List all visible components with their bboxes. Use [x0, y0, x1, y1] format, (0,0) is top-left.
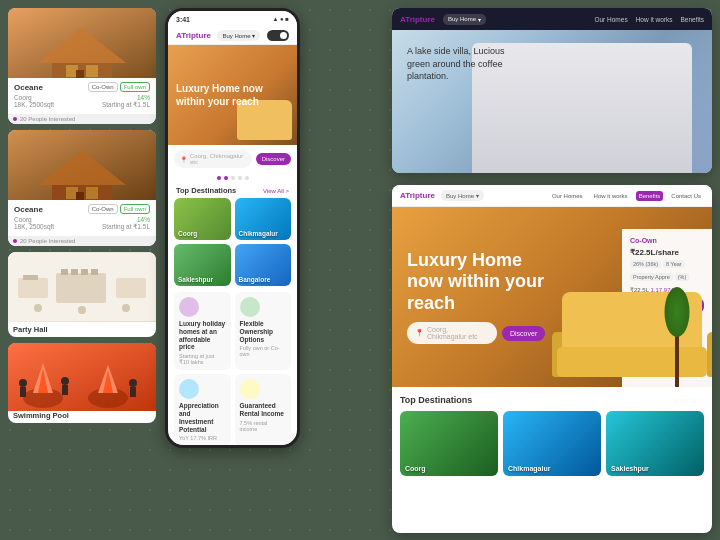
website-top-mockup: ATripture Buy Home ▾ Our Homes How it wo…: [392, 8, 712, 173]
web2-how-it-works[interactable]: How it works: [591, 191, 631, 201]
co-own-badge: Co-Own: [88, 82, 118, 92]
web2-dest-coorg-label: Coorg: [405, 465, 426, 472]
property-card-1[interactable]: Oceane Co-Own Full own Coorg 14% 18K, 25…: [8, 8, 156, 124]
web-hero-text: A lake side villa, Lucious green around …: [407, 45, 527, 83]
svg-rect-19: [71, 269, 78, 275]
web2-chevron-icon: ▾: [476, 192, 479, 199]
svg-rect-16: [33, 275, 38, 280]
web2-search-box[interactable]: 📍 Coorg, Chikmagalur etc: [407, 322, 497, 344]
phone-destinations-header: Top Destinations View All >: [168, 183, 297, 198]
feature-title-ownership: Flexible Ownership Options: [240, 320, 287, 343]
web2-dest-chikmagalur[interactable]: Chikmagalur: [503, 411, 601, 476]
nav-how-it-works[interactable]: How it works: [636, 16, 673, 23]
card-sub-2: Coorg 14%: [14, 216, 150, 223]
svg-rect-34: [20, 387, 26, 397]
web2-discover-btn[interactable]: Discover: [502, 326, 545, 341]
card-body-1: Oceane Co-Own Full own Coorg 14% 18K, 25…: [8, 78, 156, 114]
feature-rental: Guaranteed Rental Income 7.5% rental inc…: [235, 374, 292, 446]
card-price-1: Starting at ₹1.5L: [102, 101, 150, 109]
interest-bar-1: 20 People Interested: [8, 114, 156, 124]
feature-sub-rental: 7.5% rental income: [240, 420, 287, 432]
web2-benefits[interactable]: Benefits: [636, 191, 664, 201]
web-top-nav: ATripture Buy Home ▾ Our Homes How it wo…: [392, 8, 712, 30]
full-own-badge: Full own: [120, 82, 150, 92]
plant-leaves: [665, 287, 690, 337]
phone-discover-btn[interactable]: Discover: [256, 153, 291, 165]
dest-bangalore[interactable]: Bangalore: [235, 244, 292, 286]
web2-dest-sakleshpur[interactable]: Sakleshpur: [606, 411, 704, 476]
web2-dest-sakleshpur-label: Sakleshpur: [611, 465, 649, 472]
party-hall-label: Party Hall: [8, 322, 156, 337]
web-buy-home-btn[interactable]: Buy Home ▾: [443, 14, 486, 25]
nav-our-homes[interactable]: Our Homes: [594, 16, 627, 23]
co-own-badge-2: Co-Own: [88, 204, 118, 214]
svg-point-33: [19, 379, 27, 387]
dest-sakleshpur[interactable]: Sakleshpur: [174, 244, 231, 286]
web-top-logo: ATripture: [400, 15, 435, 24]
feature-icon-luxury: [179, 297, 199, 317]
property-card-pool[interactable]: Swimming Pool: [8, 343, 156, 423]
dest-chikmagalur[interactable]: Chikmagalur: [235, 198, 292, 240]
card-badges-1: Co-Own Full own: [88, 82, 150, 92]
dest-coorg[interactable]: Coorg: [174, 198, 231, 240]
svg-point-37: [129, 379, 137, 387]
phone-hero-text: Luxury Home now within your reach: [176, 82, 289, 108]
web2-hero-content: Luxury Home now within your reach 📍 Coor…: [407, 250, 547, 345]
web2-hero: Luxury Home now within your reach 📍 Coor…: [392, 207, 712, 387]
card-size-1: 18K, 2500sqft: [14, 101, 54, 109]
phone-buy-home-btn[interactable]: Buy Home ▾: [217, 30, 260, 41]
phone-destinations-grid: Coorg Chikmagalur Sakleshpur Bangalore: [168, 198, 297, 286]
svg-rect-10: [86, 187, 98, 199]
property-card-party[interactable]: Party Hall: [8, 252, 156, 337]
interest-dot-1: [13, 117, 17, 121]
property-card-2[interactable]: Oceane Co-Own Full own Coorg 14% 18K, 25…: [8, 130, 156, 246]
svg-rect-21: [91, 269, 98, 275]
phone-view-all[interactable]: View All >: [263, 188, 289, 194]
sofa-illustration: [552, 247, 712, 387]
phone-features-grid: Luxury holiday homes at an affordable pr…: [168, 286, 297, 446]
svg-point-24: [78, 306, 86, 314]
web2-dest-coorg[interactable]: Coorg: [400, 411, 498, 476]
card-body-2: Oceane Co-Own Full own Coorg 14% 18K, 25…: [8, 200, 156, 236]
chevron-down-icon: ▾: [252, 32, 255, 39]
card-image-party: [8, 252, 156, 322]
card-price-2: Starting at ₹1.5L: [102, 223, 150, 231]
house-illustration: [8, 8, 156, 78]
phone-status-bar: 3:41 ▲ ● ■: [168, 11, 297, 27]
web2-our-homes[interactable]: Our Homes: [549, 191, 586, 201]
phone-toggle[interactable]: [267, 30, 289, 41]
svg-rect-14: [23, 275, 28, 280]
feature-sub-appreciation: YoY 17.7% IRR: [179, 435, 226, 441]
phone-mockup: 3:41 ▲ ● ■ ATripture Buy Home ▾ Luxury H…: [165, 8, 300, 448]
web-chevron-icon: ▾: [478, 16, 481, 23]
web2-destinations-grid: Coorg Chikmagalur Sakleshpur: [400, 411, 704, 476]
card-location-2: Coorg: [14, 216, 32, 223]
dot-3: [231, 176, 235, 180]
interest-bar-2: 20 People Interested: [8, 236, 156, 246]
phone-destinations-title: Top Destinations: [176, 186, 236, 195]
dot-5: [245, 176, 249, 180]
web2-buy-home-btn[interactable]: Buy Home ▾: [441, 190, 484, 201]
svg-rect-15: [28, 275, 33, 280]
left-panel: Oceane Co-Own Full own Coorg 14% 18K, 25…: [8, 8, 156, 528]
web2-contact-us[interactable]: Contact Us: [668, 191, 704, 201]
web2-search-row: 📍 Coorg, Chikmagalur etc Discover: [407, 322, 547, 344]
card-location-1: Coorg: [14, 94, 32, 101]
card-title-1: Oceane: [14, 83, 43, 92]
status-time: 3:41: [176, 16, 190, 23]
feature-sub-luxury: Starting at just ₹10 lakhs: [179, 353, 226, 365]
web-top-hero: A lake side villa, Lucious green around …: [392, 30, 712, 173]
party-hall-illustration: [8, 253, 156, 321]
nav-benefits[interactable]: Benefits: [681, 16, 705, 23]
feature-icon-rental: [240, 379, 260, 399]
sofa-arm-right: [707, 332, 712, 377]
card-size-2: 18K, 2500sqft: [14, 223, 54, 231]
svg-rect-5: [76, 70, 84, 78]
feature-title-luxury: Luxury holiday homes at an affordable pr…: [179, 320, 226, 351]
svg-rect-4: [86, 65, 98, 77]
dot-2: [224, 176, 228, 180]
feature-ownership: Flexible Ownership Options Fully own or …: [235, 292, 292, 370]
phone-search-box[interactable]: 📍 Coorg, Chikmagalur etc: [174, 150, 252, 168]
web2-search-placeholder: Coorg, Chikmagalur etc: [427, 326, 489, 340]
feature-icon-ownership: [240, 297, 260, 317]
